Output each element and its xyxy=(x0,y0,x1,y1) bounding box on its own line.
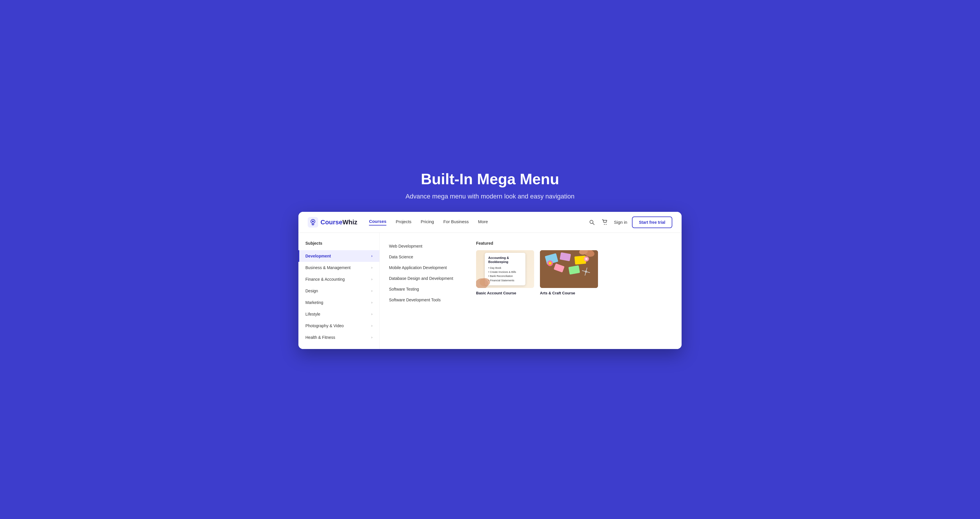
chevron-right-icon: › xyxy=(371,335,372,339)
sidebar-item-design[interactable]: Design › xyxy=(298,285,379,297)
sidebar-item-finance[interactable]: Finance & Accounting › xyxy=(298,273,379,285)
featured-label: Featured xyxy=(476,241,672,246)
svg-point-18 xyxy=(549,262,552,265)
arts-card-image xyxy=(540,250,598,288)
search-button[interactable] xyxy=(588,218,596,226)
course-data-science[interactable]: Data Science xyxy=(389,252,465,262)
svg-point-7 xyxy=(604,224,605,225)
chevron-right-icon: › xyxy=(371,277,372,281)
svg-line-6 xyxy=(593,223,594,225)
browser-card: CourseWhiz Courses Projects Pricing For … xyxy=(298,212,682,349)
nav-actions: Sign in Start free trial xyxy=(588,217,672,228)
sidebar-item-health-label: Health & Fitness xyxy=(305,335,335,340)
accounting-card-image: Accounting &Bookkeeping Day Book Create … xyxy=(476,250,534,288)
arts-illustration xyxy=(540,250,598,288)
chevron-right-icon: › xyxy=(371,300,372,305)
subjects-label: Subjects xyxy=(298,239,379,250)
sidebar-item-health[interactable]: Health & Fitness › xyxy=(298,332,379,343)
logo-icon xyxy=(308,217,318,228)
sidebar-item-business-label: Business & Management xyxy=(305,265,351,270)
nav-links: Courses Projects Pricing For Business Mo… xyxy=(369,219,588,225)
accounting-card-title: Basic Account Course xyxy=(476,291,534,295)
cart-button[interactable] xyxy=(601,218,609,227)
sidebar-item-business[interactable]: Business & Management › xyxy=(298,262,379,273)
course-dev-tools[interactable]: Software Development Tools xyxy=(389,295,465,305)
course-mobile-dev[interactable]: Mobile Application Development xyxy=(389,262,465,273)
sidebar-item-marketing[interactable]: Marketing › xyxy=(298,297,379,308)
nav-link-courses[interactable]: Courses xyxy=(369,219,387,225)
accounting-visual-title: Accounting &Bookkeeping xyxy=(488,256,522,264)
svg-point-20 xyxy=(585,258,587,260)
featured-section: Featured xyxy=(476,241,672,341)
menu-sidebar: Subjects Development › Business & Manage… xyxy=(298,233,380,349)
chevron-right-icon: › xyxy=(371,289,372,293)
logo[interactable]: CourseWhiz xyxy=(308,217,357,228)
svg-point-10 xyxy=(480,278,490,286)
search-icon xyxy=(589,219,595,225)
hero-section: Built-In Mega Menu Advance mega menu wit… xyxy=(298,170,682,200)
hero-subtitle: Advance mega menu with modern look and e… xyxy=(298,193,682,200)
chevron-right-icon: › xyxy=(371,324,372,328)
sign-in-button[interactable]: Sign in xyxy=(614,220,627,225)
course-db-design[interactable]: Database Design and Development xyxy=(389,273,465,284)
sidebar-item-photography[interactable]: Photography & Video › xyxy=(298,320,379,332)
sidebar-item-development[interactable]: Development › xyxy=(298,250,379,262)
chevron-right-icon: › xyxy=(371,254,372,258)
cart-icon xyxy=(602,219,608,225)
navbar: CourseWhiz Courses Projects Pricing For … xyxy=(298,212,682,233)
sidebar-item-finance-label: Finance & Accounting xyxy=(305,277,345,282)
featured-card-accounting[interactable]: Accounting &Bookkeeping Day Book Create … xyxy=(476,250,534,295)
course-software-testing[interactable]: Software Testing xyxy=(389,284,465,295)
sidebar-item-lifestyle-label: Lifestyle xyxy=(305,312,320,316)
logo-text: CourseWhiz xyxy=(320,219,357,226)
svg-point-5 xyxy=(590,220,593,224)
chevron-right-icon: › xyxy=(371,312,372,316)
svg-point-2 xyxy=(312,220,314,222)
hand-illustration xyxy=(476,266,498,288)
courses-list: Web Development Data Science Mobile Appl… xyxy=(389,241,465,341)
page-wrapper: Built-In Mega Menu Advance mega menu wit… xyxy=(298,170,682,349)
nav-link-more[interactable]: More xyxy=(478,219,488,225)
accounting-card-bg: Accounting &Bookkeeping Day Book Create … xyxy=(476,250,534,288)
sidebar-item-design-label: Design xyxy=(305,289,318,293)
arts-card-title: Arts & Craft Course xyxy=(540,291,598,295)
course-web-dev[interactable]: Web Development xyxy=(389,241,465,252)
svg-point-8 xyxy=(606,224,607,225)
nav-link-projects[interactable]: Projects xyxy=(396,219,411,225)
mega-menu: Subjects Development › Business & Manage… xyxy=(298,233,682,349)
sidebar-item-lifestyle[interactable]: Lifestyle › xyxy=(298,308,379,320)
sidebar-item-photography-label: Photography & Video xyxy=(305,323,344,328)
start-trial-button[interactable]: Start free trial xyxy=(632,217,672,228)
featured-card-arts[interactable]: Arts & Craft Course xyxy=(540,250,598,295)
menu-content: Web Development Data Science Mobile Appl… xyxy=(380,233,682,349)
chevron-right-icon: › xyxy=(371,266,372,270)
arts-card-bg xyxy=(540,250,598,288)
featured-cards: Accounting &Bookkeeping Day Book Create … xyxy=(476,250,672,295)
hero-title: Built-In Mega Menu xyxy=(298,170,682,188)
nav-link-forbusiness[interactable]: For Business xyxy=(443,219,469,225)
nav-link-pricing[interactable]: Pricing xyxy=(421,219,434,225)
sidebar-item-development-label: Development xyxy=(305,254,331,258)
sidebar-item-marketing-label: Marketing xyxy=(305,300,323,305)
